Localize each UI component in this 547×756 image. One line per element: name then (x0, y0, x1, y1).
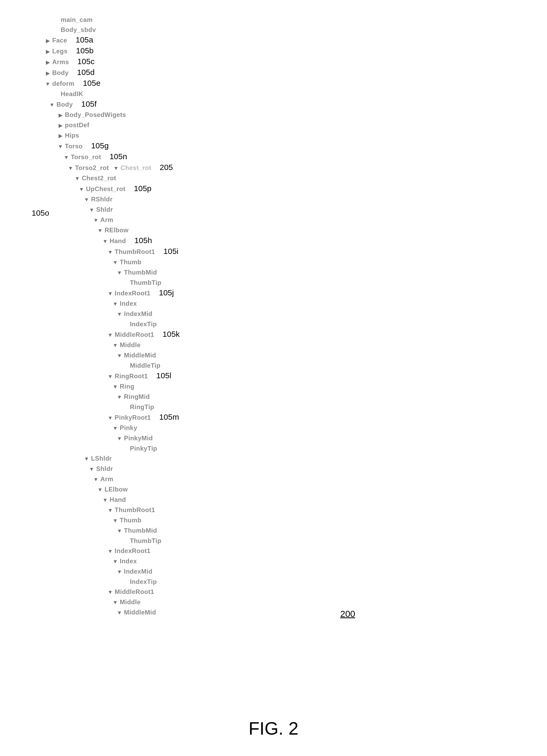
expand-right-icon[interactable]: ▶ (45, 68, 51, 78)
tree-node-r_indexmid[interactable]: ▼IndexMid (45, 309, 180, 319)
expand-down-icon[interactable]: ▼ (107, 247, 113, 257)
expand-down-icon[interactable]: ▼ (102, 236, 108, 246)
expand-down-icon[interactable]: ▼ (79, 184, 84, 194)
tree-node-torso[interactable]: ▼Torso105g (45, 141, 180, 152)
expand-down-icon[interactable]: ▼ (117, 351, 122, 361)
tree-node-r_indextip[interactable]: IndexTip (45, 319, 180, 329)
tree-node-main_cam[interactable]: main_cam (45, 15, 180, 25)
expand-down-icon[interactable]: ▼ (49, 100, 55, 110)
tree-node-chest2_rot[interactable]: ▼Chest2_rot (45, 173, 180, 183)
tree-node-hips[interactable]: ▶Hips (45, 130, 180, 141)
tree-node-lshldr[interactable]: ▼LShldr (45, 453, 180, 464)
expand-down-icon[interactable]: ▼ (112, 340, 118, 350)
expand-down-icon[interactable]: ▼ (102, 495, 108, 505)
tree-node-r_shldr[interactable]: ▼Shldr (45, 205, 180, 215)
tree-node-deform[interactable]: ▼deform105e (45, 78, 180, 89)
tree-node-chest_rot[interactable]: ▼Chest_rot205 (113, 162, 173, 173)
expand-down-icon[interactable]: ▼ (112, 257, 118, 267)
tree-node-l_hand[interactable]: ▼Hand (45, 495, 180, 505)
expand-down-icon[interactable]: ▼ (93, 215, 99, 225)
tree-node-r_pinkymid[interactable]: ▼PinkyMid (45, 433, 180, 443)
tree-node-r_ringroot1[interactable]: ▼RingRoot1105l (45, 371, 180, 381)
tree-node-r_indexroot1[interactable]: ▼IndexRoot1105j (45, 288, 180, 299)
tree-node-headik[interactable]: HeadIK (45, 89, 180, 99)
expand-down-icon[interactable]: ▼ (117, 567, 122, 577)
expand-down-icon[interactable]: ▼ (84, 454, 89, 464)
expand-down-icon[interactable]: ▼ (112, 556, 118, 566)
tree-node-body_posedwigets[interactable]: ▶Body_PosedWigets (45, 110, 180, 120)
expand-down-icon[interactable]: ▼ (107, 330, 113, 340)
tree-node-l_thumbtip[interactable]: ThumbTip (45, 536, 180, 546)
tree-node-relbow[interactable]: ▼RElbow (45, 225, 180, 235)
expand-down-icon[interactable]: ▼ (68, 163, 73, 173)
tree-node-l_thumbroot1[interactable]: ▼ThumbRoot1 (45, 505, 180, 515)
tree-node-l_thumbmid[interactable]: ▼ThumbMid (45, 526, 180, 536)
tree-node-r_middle[interactable]: ▼Middle (45, 340, 180, 350)
tree-node-rshldr[interactable]: ▼RShldr (45, 194, 180, 205)
expand-down-icon[interactable]: ▼ (97, 225, 103, 235)
expand-down-icon[interactable]: ▼ (112, 597, 118, 607)
tree-node-r_middlemid[interactable]: ▼MiddleMid (45, 350, 180, 361)
expand-down-icon[interactable]: ▼ (107, 413, 113, 423)
tree-node-legs[interactable]: ▶Legs105b (45, 46, 180, 56)
expand-down-icon[interactable]: ▼ (107, 546, 113, 556)
tree-node-r_thumbmid[interactable]: ▼ThumbMid (45, 267, 180, 278)
tree-node-body_def[interactable]: ▼Body105f (45, 99, 180, 110)
tree-node-face[interactable]: ▶Face105a (45, 35, 180, 46)
tree-node-arms[interactable]: ▶Arms105c (45, 56, 180, 67)
tree-node-l_middleroot1[interactable]: ▼MiddleRoot1 (45, 587, 180, 597)
expand-right-icon[interactable]: ▶ (45, 36, 51, 46)
tree-node-l_indexmid[interactable]: ▼IndexMid (45, 566, 180, 577)
expand-down-icon[interactable]: ▼ (112, 423, 118, 433)
tree-node-l_index[interactable]: ▼Index (45, 556, 180, 566)
tree-node-body_top[interactable]: ▶Body105d (45, 67, 180, 78)
expand-down-icon[interactable]: ▼ (93, 474, 99, 484)
tree-node-upchest_rot[interactable]: ▼UpChest_rot105p (45, 183, 180, 194)
tree-node-lelbow[interactable]: ▼LElbow (45, 484, 180, 495)
tree-node-l_arm[interactable]: ▼Arm (45, 474, 180, 484)
expand-down-icon[interactable]: ▼ (74, 173, 80, 183)
expand-down-icon[interactable]: ▼ (58, 141, 63, 152)
expand-down-icon[interactable]: ▼ (117, 526, 122, 536)
expand-down-icon[interactable]: ▼ (97, 485, 103, 495)
expand-right-icon[interactable]: ▶ (58, 110, 63, 120)
tree-node-l_indexroot1[interactable]: ▼IndexRoot1 (45, 546, 180, 556)
expand-down-icon[interactable]: ▼ (107, 371, 113, 381)
expand-down-icon[interactable]: ▼ (112, 382, 118, 392)
expand-down-icon[interactable]: ▼ (89, 464, 94, 474)
tree-node-r_middletip[interactable]: MiddleTip (45, 361, 180, 371)
expand-right-icon[interactable]: ▶ (58, 131, 63, 141)
tree-node-l_shldr[interactable]: ▼Shldr (45, 464, 180, 474)
tree-node-postdef[interactable]: ▶postDef (45, 120, 180, 130)
tree-node-r_thumb[interactable]: ▼Thumb (45, 257, 180, 267)
expand-down-icon[interactable]: ▼ (84, 195, 89, 205)
expand-down-icon[interactable]: ▼ (63, 152, 69, 162)
tree-node-torso_rot[interactable]: ▼Torso_rot105n (45, 152, 180, 162)
tree-node-r_middleroot1[interactable]: ▼MiddleRoot1105k (45, 329, 180, 340)
tree-node-r_ringmid[interactable]: ▼RingMid (45, 392, 180, 402)
expand-right-icon[interactable]: ▶ (58, 120, 63, 130)
expand-down-icon[interactable]: ▼ (112, 516, 118, 526)
expand-down-icon[interactable]: ▼ (89, 205, 94, 215)
expand-down-icon[interactable]: ▼ (107, 587, 113, 597)
tree-node-r_index[interactable]: ▼Index (45, 299, 180, 309)
tree-node-r_ringtip[interactable]: RingTip (45, 402, 180, 412)
expand-down-icon[interactable]: ▼ (107, 289, 113, 299)
tree-node-body_sbdv[interactable]: Body_sbdv (45, 25, 180, 35)
expand-right-icon[interactable]: ▶ (45, 46, 51, 56)
expand-down-icon[interactable]: ▼ (113, 163, 119, 173)
expand-down-icon[interactable]: ▼ (45, 79, 51, 89)
tree-node-r_thumbroot1[interactable]: ▼ThumbRoot1105i (45, 246, 180, 257)
expand-down-icon[interactable]: ▼ (107, 505, 113, 515)
tree-node-r_thumbtip[interactable]: ThumbTip (45, 278, 180, 288)
tree-node-torso2_rot[interactable]: ▼Torso2_rot▼Chest_rot205 (45, 162, 180, 173)
tree-node-l_indextip[interactable]: IndexTip (45, 577, 180, 587)
expand-right-icon[interactable]: ▶ (45, 57, 51, 67)
tree-node-r_ring[interactable]: ▼Ring (45, 381, 180, 392)
expand-down-icon[interactable]: ▼ (117, 392, 122, 402)
tree-node-l_middlemid[interactable]: ▼MiddleMid (45, 607, 180, 618)
tree-node-l_middle[interactable]: ▼Middle (45, 597, 180, 607)
tree-node-r_pinky[interactable]: ▼Pinky (45, 423, 180, 433)
expand-down-icon[interactable]: ▼ (117, 268, 122, 278)
tree-node-r_pinkytip[interactable]: PinkyTip (45, 443, 180, 453)
